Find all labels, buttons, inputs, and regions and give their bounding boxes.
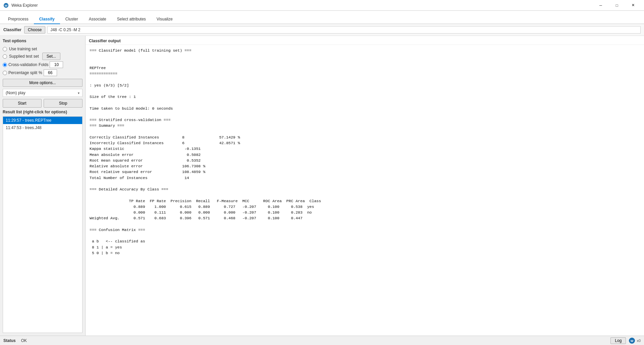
supplied-test-set-label[interactable]: Supplied test set bbox=[9, 54, 39, 59]
percentage-split-label[interactable]: Percentage split bbox=[8, 70, 37, 75]
result-list-title: Result list (right-click for options) bbox=[3, 110, 83, 114]
maximize-button[interactable]: □ bbox=[609, 0, 625, 11]
main-window: W Weka Explorer ─ □ ✕ Preprocess Classif… bbox=[0, 0, 644, 345]
right-panel: Classifier output === Classifier model (… bbox=[86, 36, 644, 336]
classifier-section-label: Classifier bbox=[3, 27, 21, 32]
test-options-title: Test options bbox=[3, 39, 83, 43]
weka-status-area: W x0 bbox=[629, 337, 641, 344]
status-right: Log W x0 bbox=[610, 337, 641, 344]
log-button[interactable]: Log bbox=[610, 337, 626, 344]
classifier-bar: Classifier Choose J48 -C 0.25 -M 2 bbox=[0, 24, 644, 36]
stop-button[interactable]: Stop bbox=[44, 99, 83, 108]
output-title: Classifier output bbox=[86, 36, 644, 45]
svg-text:W: W bbox=[5, 4, 8, 7]
cross-validation-row: Cross-validation Folds 10 bbox=[3, 61, 83, 68]
weka-logo-icon: W bbox=[3, 3, 9, 8]
tab-associate[interactable]: Associate bbox=[84, 15, 112, 24]
percentage-split-row: Percentage split % 66 bbox=[3, 69, 83, 76]
minimize-button[interactable]: ─ bbox=[593, 0, 608, 11]
output-area[interactable]: === Classifier model (full training set)… bbox=[86, 45, 644, 336]
folds-input[interactable]: 10 bbox=[50, 61, 63, 68]
tab-classify[interactable]: Classify bbox=[34, 15, 60, 24]
result-item[interactable]: 11:47:53 - trees.J48 bbox=[3, 124, 82, 131]
status-left: Status OK bbox=[3, 338, 27, 343]
close-button[interactable]: ✕ bbox=[625, 0, 641, 11]
cross-validation-label[interactable]: Cross-validation bbox=[8, 62, 37, 67]
titlebar-left: W Weka Explorer bbox=[3, 3, 38, 8]
percentage-input[interactable]: 66 bbox=[44, 69, 57, 76]
start-button[interactable]: Start bbox=[3, 99, 42, 108]
status-value: OK bbox=[21, 338, 27, 343]
result-list: 11:29:57 - trees.REPTree 11:47:53 - tree… bbox=[3, 116, 83, 333]
titlebar: W Weka Explorer ─ □ ✕ bbox=[0, 0, 644, 11]
classifier-value: J48 -C 0.25 -M 2 bbox=[47, 26, 641, 34]
nom-play-label: (Nom) play bbox=[6, 91, 25, 95]
svg-text:W: W bbox=[631, 339, 634, 343]
chevron-down-icon: ▾ bbox=[78, 91, 79, 95]
percentage-split-radio[interactable] bbox=[3, 71, 7, 75]
classifier-inner: Choose J48 -C 0.25 -M 2 bbox=[24, 26, 641, 34]
status-label: Status bbox=[3, 338, 16, 343]
percentage-symbol: % bbox=[39, 70, 42, 75]
window-controls: ─ □ ✕ bbox=[593, 0, 641, 11]
window-title: Weka Explorer bbox=[11, 3, 38, 8]
result-item[interactable]: 11:29:57 - trees.REPTree bbox=[3, 117, 82, 124]
supplied-test-set-row: Supplied test set Set... bbox=[3, 53, 83, 60]
action-buttons: Start Stop bbox=[3, 99, 83, 108]
folds-label: Folds bbox=[39, 62, 48, 67]
tab-preprocess[interactable]: Preprocess bbox=[3, 15, 34, 24]
more-options-button[interactable]: More options... bbox=[3, 79, 83, 87]
supplied-test-set-radio[interactable] bbox=[3, 54, 7, 59]
status-bar: Status OK Log W x0 bbox=[0, 336, 644, 345]
set-button[interactable]: Set... bbox=[42, 53, 60, 60]
use-training-set-radio[interactable] bbox=[3, 47, 7, 51]
tabs-bar: Preprocess Classify Cluster Associate Se… bbox=[0, 11, 644, 24]
choose-button[interactable]: Choose bbox=[24, 26, 45, 34]
tab-visualize[interactable]: Visualize bbox=[151, 15, 178, 24]
nom-play-selector[interactable]: (Nom) play ▾ bbox=[3, 89, 83, 97]
test-options: Use training set Supplied test set Set..… bbox=[3, 47, 83, 87]
tab-cluster[interactable]: Cluster bbox=[60, 15, 84, 24]
use-training-set-label[interactable]: Use training set bbox=[9, 47, 37, 51]
weka-bird-icon: W bbox=[629, 337, 635, 344]
cross-validation-radio[interactable] bbox=[3, 63, 7, 67]
weka-count-label: x0 bbox=[637, 339, 641, 343]
use-training-set-row: Use training set bbox=[3, 47, 83, 51]
left-panel: Test options Use training set Supplied t… bbox=[0, 36, 86, 336]
main-content: Test options Use training set Supplied t… bbox=[0, 36, 644, 336]
tab-select-attributes[interactable]: Select attributes bbox=[112, 15, 151, 24]
